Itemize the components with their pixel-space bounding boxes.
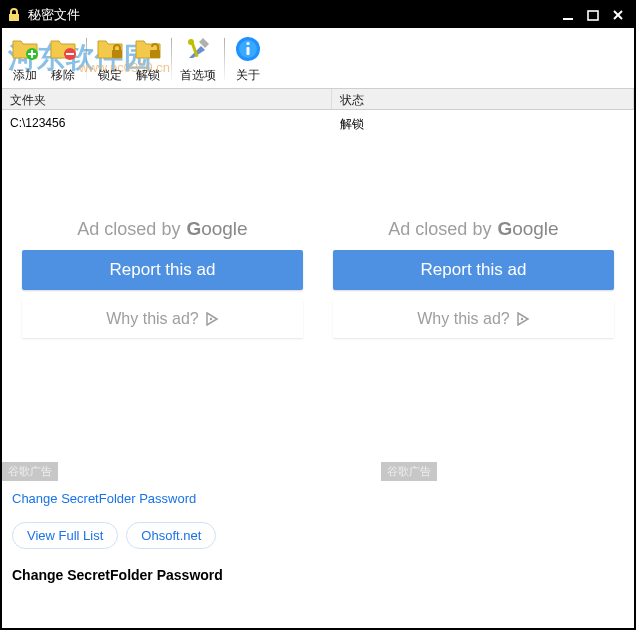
svg-rect-6 (112, 50, 122, 58)
about-button[interactable]: 关于 (229, 30, 267, 88)
folder-lock-icon (95, 34, 125, 64)
google-ad-labels-row: 谷歌广告 谷歌广告 (2, 462, 634, 481)
svg-point-14 (210, 318, 212, 320)
titlebar: 秘密文件 (2, 2, 634, 28)
cell-folder: C:\123456 (2, 114, 332, 135)
ad-closed-text: Ad closed by Google (77, 218, 247, 240)
ad-card-left: Ad closed by Google Report this ad Why t… (22, 218, 303, 338)
lock-label: 锁定 (98, 67, 122, 84)
minimize-button[interactable] (556, 5, 580, 25)
google-ad-label: 谷歌广告 (381, 462, 437, 481)
close-button[interactable] (606, 5, 630, 25)
col-status-header[interactable]: 状态 (332, 89, 634, 109)
svg-rect-1 (588, 11, 598, 20)
google-ad-label: 谷歌广告 (2, 462, 58, 481)
table-row[interactable]: C:\123456 解锁 (2, 110, 634, 139)
info-icon (233, 34, 263, 64)
toolbar-separator (224, 38, 225, 80)
ohsoft-link[interactable]: Ohsoft.net (126, 522, 216, 549)
unlock-button[interactable]: 解锁 (129, 30, 167, 88)
window-title: 秘密文件 (28, 6, 555, 24)
add-label: 添加 (13, 67, 37, 84)
toolbar-separator (171, 38, 172, 80)
folder-plus-icon (10, 34, 40, 64)
maximize-button[interactable] (581, 5, 605, 25)
prefs-label: 首选项 (180, 67, 216, 84)
svg-point-13 (246, 42, 249, 45)
ad-blank-space (2, 344, 634, 462)
cell-status: 解锁 (332, 114, 634, 135)
svg-rect-12 (247, 47, 250, 55)
view-full-list-button[interactable]: View Full List (12, 522, 118, 549)
svg-rect-7 (150, 50, 160, 58)
remove-label: 移除 (51, 67, 75, 84)
report-ad-button[interactable]: Report this ad (22, 250, 303, 290)
table-header: 文件夹 状态 (2, 88, 634, 110)
tools-icon (183, 34, 213, 64)
google-logo-text: Google (186, 218, 247, 240)
toolbar-separator (86, 38, 87, 80)
prefs-button[interactable]: 首选项 (176, 30, 220, 88)
change-password-heading: Change SecretFolder Password (12, 561, 624, 589)
adchoices-icon (516, 312, 530, 326)
bottom-area: Change SecretFolder Password View Full L… (2, 481, 634, 595)
why-ad-button[interactable]: Why this ad? (333, 300, 614, 338)
remove-button[interactable]: 移除 (44, 30, 82, 88)
about-label: 关于 (236, 67, 260, 84)
unlock-label: 解锁 (136, 67, 160, 84)
why-ad-button[interactable]: Why this ad? (22, 300, 303, 338)
report-ad-button[interactable]: Report this ad (333, 250, 614, 290)
table-body[interactable]: C:\123456 解锁 (2, 110, 634, 210)
col-folder-header[interactable]: 文件夹 (2, 89, 332, 109)
svg-point-15 (521, 318, 523, 320)
lock-icon (6, 7, 22, 23)
adchoices-icon (205, 312, 219, 326)
toolbar: 河东软件园 www.pc0359.cn 添加 移除 锁定 解锁 首选项 (2, 28, 634, 88)
ads-row: Ad closed by Google Report this ad Why t… (2, 210, 634, 344)
folder-unlock-icon (133, 34, 163, 64)
lock-button[interactable]: 锁定 (91, 30, 129, 88)
ad-card-right: Ad closed by Google Report this ad Why t… (333, 218, 614, 338)
folder-minus-icon (48, 34, 78, 64)
add-button[interactable]: 添加 (6, 30, 44, 88)
google-logo-text: Google (497, 218, 558, 240)
ad-closed-text: Ad closed by Google (388, 218, 558, 240)
change-password-link[interactable]: Change SecretFolder Password (12, 487, 624, 516)
